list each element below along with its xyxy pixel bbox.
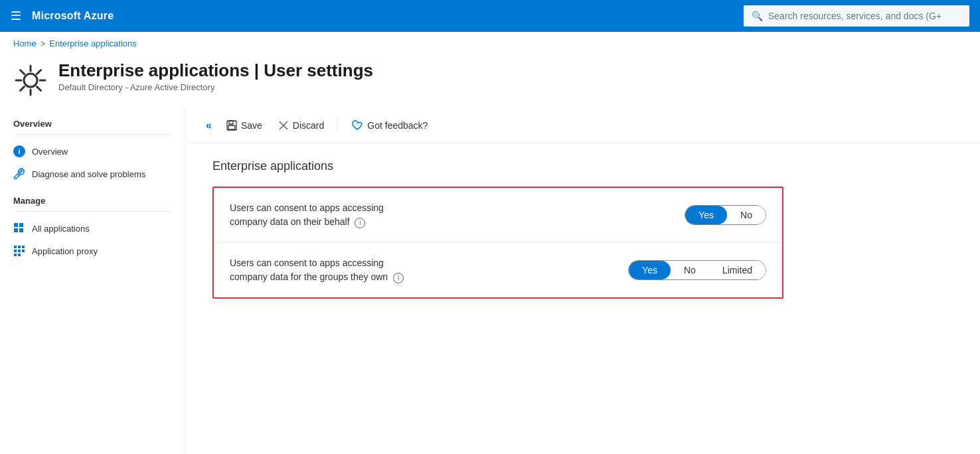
- svg-rect-14: [14, 246, 17, 248]
- toggle-group-company: Yes No: [685, 205, 766, 225]
- svg-rect-13: [19, 228, 23, 232]
- toggle-yes-company[interactable]: Yes: [685, 206, 727, 224]
- heart-icon: [351, 120, 363, 131]
- svg-rect-15: [18, 246, 21, 248]
- setting-row-consent-groups: Users can consent to apps accessing comp…: [214, 242, 782, 297]
- top-nav: ☰ Microsoft Azure 🔍: [0, 0, 980, 32]
- svg-rect-24: [228, 125, 235, 129]
- svg-rect-20: [14, 254, 17, 256]
- grid-icon: [13, 222, 25, 234]
- search-input[interactable]: [768, 11, 961, 21]
- search-bar[interactable]: 🔍: [744, 5, 969, 27]
- setting-label-line1-groups: Users can consent to apps accessing: [230, 258, 384, 268]
- info-icon-company[interactable]: i: [355, 218, 365, 228]
- sidebar-item-application-proxy[interactable]: Application proxy: [0, 240, 185, 262]
- sidebar-section-overview: Overview i Overview Diagnose and solve p…: [0, 108, 185, 185]
- svg-line-8: [21, 87, 25, 91]
- page-title: Enterprise applications | User settings: [58, 60, 373, 81]
- content-area: « Save Discard: [186, 108, 980, 454]
- sidebar-divider-manage: [13, 211, 172, 212]
- toggle-no-groups[interactable]: No: [671, 261, 709, 279]
- sidebar-item-all-applications[interactable]: All applications: [0, 217, 185, 240]
- svg-line-7: [37, 70, 41, 74]
- gear-icon: [13, 63, 48, 98]
- svg-rect-19: [22, 250, 25, 252]
- info-circle-icon: i: [13, 145, 25, 157]
- svg-rect-21: [18, 254, 21, 256]
- sidebar-item-overview-label: Overview: [32, 147, 68, 157]
- toolbar: « Save Discard: [186, 108, 980, 143]
- sidebar-item-diagnose-label: Diagnose and solve problems: [32, 169, 145, 179]
- breadcrumb: Home > Enterprise applications: [0, 32, 980, 55]
- toggle-group-groups: Yes No Limited: [628, 260, 766, 280]
- setting-label-line2-groups: company data for the groups they own: [230, 271, 388, 282]
- svg-rect-10: [14, 223, 18, 227]
- svg-rect-23: [229, 121, 233, 124]
- wrench-icon: [13, 168, 25, 180]
- svg-rect-18: [18, 250, 21, 252]
- svg-line-5: [21, 70, 25, 74]
- setting-label-consent-groups: Users can consent to apps accessing comp…: [230, 256, 612, 284]
- toolbar-separator: [337, 117, 338, 133]
- sidebar-section-manage: Manage All applications: [0, 185, 185, 262]
- sidebar-item-application-proxy-label: Application proxy: [32, 246, 98, 256]
- breadcrumb-home[interactable]: Home: [13, 38, 37, 48]
- hamburger-icon[interactable]: ☰: [11, 9, 21, 23]
- sidebar-item-overview[interactable]: i Overview: [0, 140, 185, 163]
- svg-line-6: [37, 87, 41, 91]
- section-content: Enterprise applications Users can consen…: [186, 143, 980, 315]
- discard-button[interactable]: Discard: [272, 116, 331, 135]
- setting-row-consent-company: Users can consent to apps accessing comp…: [214, 188, 782, 242]
- info-icon-groups[interactable]: i: [393, 273, 404, 283]
- breadcrumb-current[interactable]: Enterprise applications: [49, 38, 137, 48]
- sidebar-item-diagnose[interactable]: Diagnose and solve problems: [0, 163, 185, 185]
- sidebar-divider-overview: [13, 134, 172, 135]
- toggle-yes-groups[interactable]: Yes: [629, 261, 671, 279]
- page-title-block: Enterprise applications | User settings …: [58, 60, 373, 92]
- setting-label-consent-company: Users can consent to apps accessing comp…: [230, 201, 669, 229]
- sidebar-section-title-overview: Overview: [0, 108, 185, 134]
- save-icon: [226, 120, 237, 131]
- main-layout: Overview i Overview Diagnose and solve p…: [0, 108, 980, 454]
- azure-logo: Microsoft Azure: [32, 10, 114, 22]
- discard-icon: [278, 120, 289, 131]
- toggle-no-company[interactable]: No: [727, 206, 766, 224]
- sidebar-section-title-manage: Manage: [0, 185, 185, 211]
- setting-label-line2-company: company data on their behalf: [230, 216, 350, 227]
- search-icon: 🔍: [752, 11, 763, 21]
- toggle-limited-groups[interactable]: Limited: [709, 261, 766, 279]
- svg-rect-12: [14, 228, 18, 232]
- setting-label-line1-company: Users can consent to apps accessing: [230, 202, 384, 213]
- collapse-icon[interactable]: «: [206, 119, 212, 131]
- sidebar-item-all-applications-label: All applications: [32, 224, 90, 234]
- section-heading: Enterprise applications: [212, 159, 953, 173]
- svg-rect-11: [19, 223, 23, 227]
- feedback-label: Got feedback?: [367, 120, 428, 131]
- page-subtitle: Default Directory - Azure Active Directo…: [58, 82, 373, 92]
- app-proxy-icon: [13, 245, 25, 257]
- page-header: Enterprise applications | User settings …: [0, 55, 980, 108]
- settings-card: Users can consent to apps accessing comp…: [212, 187, 783, 299]
- svg-point-0: [24, 74, 37, 87]
- save-label: Save: [241, 120, 262, 131]
- svg-rect-17: [14, 250, 17, 252]
- sidebar: Overview i Overview Diagnose and solve p…: [0, 108, 186, 454]
- save-button[interactable]: Save: [220, 116, 269, 135]
- feedback-button[interactable]: Got feedback?: [345, 116, 434, 135]
- svg-rect-16: [22, 246, 25, 248]
- discard-label: Discard: [293, 120, 324, 131]
- breadcrumb-separator: >: [41, 38, 46, 48]
